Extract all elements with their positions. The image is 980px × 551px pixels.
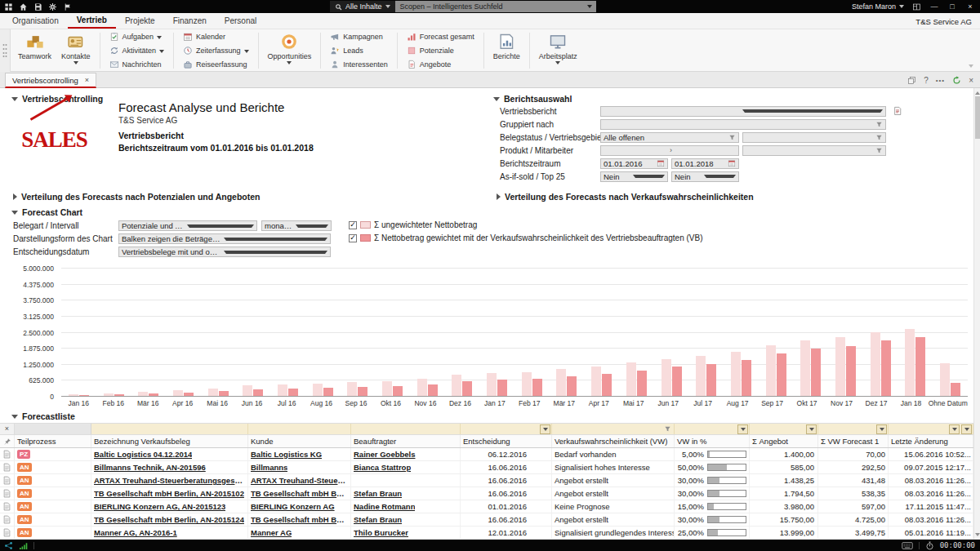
verkaufsbeleg-link[interactable]: Manner AG, AN-2016-1 <box>94 528 177 537</box>
table-row[interactable]: ANManner AG, AN-2016-1Manner AGThilo Bur… <box>0 527 973 540</box>
verkaufsbeleg-link[interactable]: TB Gesellschaft mbH Berlin, AN-2015124 <box>94 515 244 524</box>
filter-clear-cell[interactable]: × <box>0 424 15 434</box>
column-header-letzte-änderung[interactable]: Letzte Änderung <box>889 435 973 447</box>
mitarbeiter-field[interactable] <box>742 145 886 156</box>
menu-tab-personal[interactable]: Personal <box>216 13 265 29</box>
save-icon[interactable] <box>33 2 42 11</box>
ribbon-collapse-button[interactable] <box>969 64 973 68</box>
calendar-icon[interactable] <box>657 159 665 167</box>
flag-icon[interactable] <box>63 2 72 11</box>
keyboard-icon[interactable] <box>902 541 913 550</box>
belegstatus-field[interactable]: Alle offenen <box>600 132 739 143</box>
column-header-beauftragter[interactable]: Beauftragter <box>351 435 461 447</box>
kunde-link[interactable]: Billmanns <box>251 463 287 472</box>
help-icon[interactable]: ? <box>924 76 929 85</box>
more-options-icon[interactable]: ••• <box>936 77 945 84</box>
column-header-vw-forecast-1[interactable]: Σ VW Forecast 1 <box>818 435 889 447</box>
verkaufsbeleg-link[interactable]: BIERLING Konzern AG, AN-2015123 <box>94 502 225 511</box>
entscheidungsdatum-dropdown[interactable]: Vertriebsbelege mit und ohne Entscheidun… <box>118 247 331 257</box>
filter-dropdown-button[interactable] <box>540 424 550 434</box>
column-header-verkaufswahrscheinlichkeit-vw[interactable]: Verkaufswahrscheinlichkeit (VW) <box>552 435 675 447</box>
kunde-link[interactable]: BIERLING Konzern AG <box>251 502 335 511</box>
table-row[interactable]: ANBIERLING Konzern AG, AN-2015123BIERLIN… <box>0 500 973 513</box>
verkaufsbeleg-link[interactable]: TB Gesellschaft mbH Berlin, AN-2015102 <box>94 489 244 498</box>
filter-cell-letzte-änderung[interactable] <box>889 424 973 434</box>
beauftragter-link[interactable]: Thilo Burucker <box>354 528 408 537</box>
ribbon-button-potenziale[interactable]: Potenziale <box>403 45 478 57</box>
ribbon-handle[interactable] <box>0 29 11 72</box>
column-header-kunde[interactable]: Kunde <box>248 435 351 447</box>
ribbon-button-angebote[interactable]: Angebote <box>403 58 478 70</box>
darstellung-dropdown[interactable]: Balken zeigen die Beträge im Zeitverlauf… <box>118 233 331 244</box>
maximize-button[interactable]: □ <box>947 2 957 11</box>
kunde-link[interactable]: ARTAX Treuhand-Steuerberatu... <box>251 476 348 485</box>
close-button[interactable]: × <box>965 2 975 11</box>
ribbon-button-forecast-gesamt[interactable]: Forecast gesamt <box>403 31 478 43</box>
settings-gear-icon[interactable] <box>48 2 57 11</box>
filter-cell-vw-forecast-1[interactable] <box>818 424 889 434</box>
ribbon-button-aktivitäten[interactable]: Aktivitäten <box>106 45 168 57</box>
filter-cell-beauftragter[interactable] <box>351 424 461 434</box>
gruppiert-nach-field[interactable] <box>600 119 886 130</box>
new-window-icon[interactable] <box>907 76 916 85</box>
table-row[interactable]: ANARTAX Treuhand-Steuerberatungsgesellsc… <box>0 474 973 487</box>
top25-dropdown[interactable]: Nein <box>671 171 739 182</box>
filter-dropdown-button[interactable] <box>961 424 972 434</box>
ribbon-button-kontakte[interactable]: Kontakte <box>56 29 96 72</box>
beauftragter-link[interactable]: Stefan Braun <box>354 515 402 524</box>
filter-cell-teilprozess[interactable] <box>15 424 91 434</box>
search-scope-dropdown[interactable]: Alle Inhalte <box>330 1 395 12</box>
ribbon-button-opportunities[interactable]: Opportunities <box>263 29 317 72</box>
app-menu-icon[interactable] <box>4 2 13 11</box>
filter-cell-angebot[interactable] <box>750 424 818 434</box>
checkbox-gewichtet[interactable]: ✓ <box>349 234 357 242</box>
date-to-field[interactable]: 01.01.2018 <box>671 158 739 169</box>
section-forecast-chart[interactable]: Forecast Chart <box>11 207 82 217</box>
vertriebsbericht-dropdown[interactable] <box>600 106 886 117</box>
kunde-link[interactable]: Baltic Logistics KG <box>251 450 322 459</box>
belegart-dropdown[interactable]: Potenziale und Angebote <box>118 220 257 231</box>
ribbon-button-kalender[interactable]: Kalender <box>180 31 252 43</box>
beauftragter-link[interactable]: Nadine Rotmann <box>354 502 415 511</box>
vertriebsgebiete-field[interactable] <box>742 132 886 143</box>
user-menu[interactable]: Stefan Maron <box>852 2 904 11</box>
kunde-link[interactable]: Manner AG <box>251 528 292 537</box>
filter-dropdown-button[interactable] <box>876 424 887 434</box>
filter-funnel-icon[interactable] <box>875 134 883 141</box>
column-header-bezeichnung-verkaufsbeleg[interactable]: Bezeichnung Verkaufsbeleg <box>91 435 248 447</box>
asifsold-dropdown[interactable]: Nein <box>600 171 668 182</box>
share-network-icon[interactable] <box>4 541 13 550</box>
column-header-entscheidung[interactable]: Entscheidung <box>461 435 552 447</box>
menu-tab-projekte[interactable]: Projekte <box>116 13 164 29</box>
filter-funnel-button[interactable] <box>662 424 673 434</box>
ribbon-button-arbeitsplatz[interactable]: Arbeitsplatz <box>534 29 582 72</box>
section-verteilung-potenziale[interactable]: Verteilung des Forecasts nach Potenziale… <box>13 192 261 202</box>
table-row[interactable]: ANBillmanns Technik, AN-201596BillmannsB… <box>0 461 973 474</box>
filter-cell-bezeichnung-verkaufsbeleg[interactable] <box>91 424 248 434</box>
table-row[interactable]: ANTB Gesellschaft mbH Berlin, AN-2015124… <box>0 513 973 527</box>
ribbon-button-berichte[interactable]: Berichte <box>488 29 525 72</box>
kunde-link[interactable]: TB Gesellschaft mbH Berlin <box>251 489 348 498</box>
scroll-up-arrow[interactable] <box>975 90 980 95</box>
scrollbar-thumb[interactable] <box>975 96 980 139</box>
section-forecastliste[interactable]: Forecastliste <box>11 411 75 421</box>
section-verteilung-verkaufswahrscheinlichkeiten[interactable]: Verteilung des Forecasts nach Verkaufswa… <box>497 192 754 202</box>
ribbon-button-zeiterfassung[interactable]: Zeiterfassung <box>180 45 252 57</box>
home-icon[interactable] <box>19 2 28 11</box>
table-row[interactable]: ANTB Gesellschaft mbH Berlin, AN-2015102… <box>0 487 973 500</box>
filter-dropdown-button[interactable] <box>806 424 817 434</box>
calendar-icon[interactable] <box>728 159 736 167</box>
beauftragter-link[interactable]: Bianca Stattrop <box>354 463 411 472</box>
filter-cell-kunde[interactable] <box>248 424 351 434</box>
search-input[interactable]: Scopen – Intelligentes Suchfeld <box>395 1 596 12</box>
intervall-dropdown[interactable]: monatlich <box>261 220 332 231</box>
filter-dropdown-button[interactable] <box>737 424 748 434</box>
tab-vertriebscontrolling[interactable]: Vertriebscontrolling × <box>5 73 96 88</box>
filter-funnel-icon[interactable] <box>728 134 736 141</box>
ribbon-button-kampagnen[interactable]: Kampagnen <box>327 31 391 43</box>
kunde-link[interactable]: TB Gesellschaft mbH Berlin <box>251 515 348 524</box>
checkbox-ungewichtet[interactable]: ✓ <box>349 221 357 229</box>
filter-cell-verkaufswahrscheinlichkeit-vw[interactable] <box>552 424 675 434</box>
layout-panels-icon[interactable] <box>912 2 921 11</box>
clear-filter-icon[interactable]: × <box>5 425 9 433</box>
